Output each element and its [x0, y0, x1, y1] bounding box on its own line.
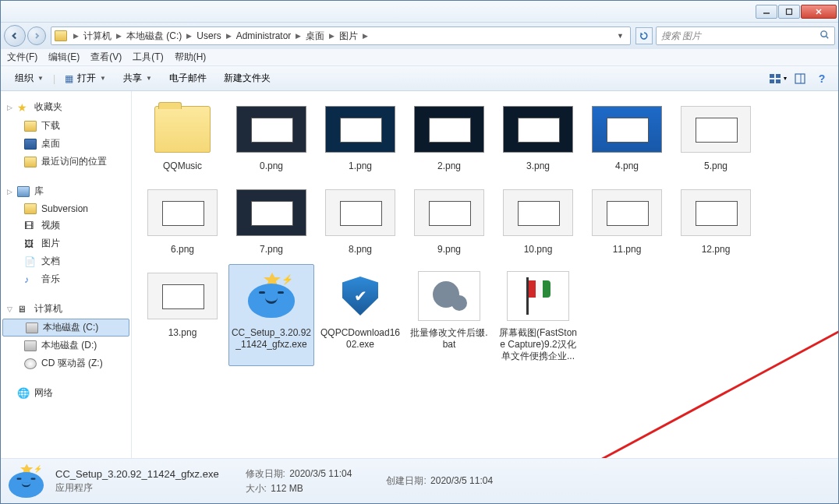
drive-icon — [26, 322, 38, 333]
sidebar-desktop[interactable]: 桌面 — [1, 135, 131, 153]
file-item[interactable]: ⚡CC_Setup_3.20.92_11424_gfxz.exe — [228, 264, 314, 366]
toolbar-new-folder[interactable]: 新建文件夹 — [216, 69, 278, 88]
breadcrumb-users[interactable]: Users — [195, 30, 222, 41]
file-label: 10.png — [524, 244, 553, 256]
file-item[interactable]: QQMusic — [140, 97, 225, 176]
file-label: 12.png — [702, 244, 731, 256]
toolbar-email[interactable]: 电子邮件 — [161, 69, 214, 88]
file-item[interactable]: 5.png — [673, 97, 759, 176]
toolbar-organize[interactable]: 组织▼ — [7, 69, 51, 88]
menu-view[interactable]: 查看(V) — [90, 51, 122, 64]
file-thumbnail — [501, 185, 575, 241]
file-label: 6.png — [171, 244, 194, 256]
sidebar-libraries-header[interactable]: ▷库 — [1, 182, 131, 201]
library-icon — [17, 186, 30, 197]
file-label: 7.png — [260, 244, 283, 256]
file-item[interactable]: 1.png — [317, 97, 403, 176]
close-button[interactable] — [801, 5, 837, 19]
file-label: 13.png — [168, 327, 197, 339]
menu-tools[interactable]: 工具(T) — [133, 51, 163, 64]
file-label: 2.png — [437, 160, 461, 172]
file-thumbnail — [678, 185, 753, 241]
file-item[interactable]: 2.png — [406, 97, 492, 176]
breadcrumb-drive-c[interactable]: 本地磁盘 (C:) — [125, 30, 183, 43]
file-label: QQMusic — [163, 160, 202, 172]
body-split: ▷★收藏夹 下载 桌面 最近访问的位置 ▷库 Subversion 🎞视频 🖼图… — [1, 91, 838, 458]
view-options-button[interactable]: ▼ — [768, 69, 788, 88]
svg-line-5 — [826, 36, 828, 38]
file-label: 4.png — [615, 160, 639, 172]
file-item[interactable]: 12.png — [673, 181, 759, 259]
sidebar-documents[interactable]: 📄文档 — [1, 252, 131, 270]
maximize-button[interactable] — [778, 5, 800, 19]
menu-help[interactable]: 帮助(H) — [175, 51, 207, 64]
file-thumbnail — [501, 268, 575, 324]
sidebar-recent[interactable]: 最近访问的位置 — [1, 153, 131, 171]
content-area[interactable]: QQMusic0.png1.png2.png3.png4.png5.png6.p… — [132, 91, 838, 458]
open-icon: ▦ — [65, 73, 73, 84]
file-item[interactable]: 7.png — [228, 181, 314, 259]
file-item[interactable]: 6.png — [140, 181, 225, 259]
search-input[interactable]: 搜索 图片 — [656, 26, 835, 45]
file-item[interactable]: 8.png — [317, 181, 403, 259]
file-thumbnail — [145, 268, 220, 324]
document-icon: 📄 — [24, 256, 37, 267]
breadcrumb-administrator[interactable]: Administrator — [235, 30, 293, 41]
address-bar[interactable]: ▶ 计算机▶ 本地磁盘 (C:)▶ Users▶ Administrator▶ … — [51, 26, 631, 45]
sidebar-subversion[interactable]: Subversion — [1, 201, 131, 217]
file-item[interactable]: 13.png — [140, 264, 225, 366]
preview-pane-button[interactable] — [790, 69, 810, 88]
forward-button[interactable] — [27, 26, 46, 45]
file-thumbnail — [412, 268, 487, 324]
file-item[interactable]: 10.png — [495, 181, 581, 259]
sidebar-network-header[interactable]: ▷🌐网络 — [1, 383, 131, 403]
file-thumbnail — [412, 185, 487, 241]
toolbar-share[interactable]: 共享▼ — [115, 69, 160, 88]
file-item[interactable]: 9.png — [406, 181, 492, 259]
breadcrumb-computer[interactable]: 计算机 — [82, 30, 113, 43]
file-item[interactable]: 11.png — [584, 181, 670, 259]
back-button[interactable] — [4, 25, 26, 47]
network-icon: 🌐 — [17, 388, 30, 399]
file-item[interactable]: 批量修改文件后缀.bat — [406, 264, 492, 366]
sidebar-drive-d[interactable]: 本地磁盘 (D:) — [1, 337, 131, 354]
file-label: 批量修改文件后缀.bat — [409, 327, 490, 351]
sidebar-favorites-header[interactable]: ▷★收藏夹 — [1, 97, 131, 117]
folder-icon — [24, 121, 37, 132]
cd-icon — [24, 358, 37, 369]
file-thumbnail: ⚡ — [234, 268, 309, 324]
drive-icon — [24, 340, 37, 351]
breadcrumb-desktop[interactable]: 桌面 — [304, 30, 326, 43]
refresh-button[interactable] — [635, 27, 653, 44]
file-thumbnail — [501, 101, 575, 157]
address-row: ▶ 计算机▶ 本地磁盘 (C:)▶ Users▶ Administrator▶ … — [1, 23, 838, 49]
svg-rect-10 — [795, 74, 805, 83]
sidebar-music[interactable]: ♪音乐 — [1, 270, 131, 288]
file-item[interactable]: ✔QQPCDownload1602.exe — [317, 264, 403, 366]
details-filename: CC_Setup_3.20.92_11424_gfxz.exe — [55, 468, 219, 480]
chevron-down-icon[interactable]: ▼ — [614, 32, 627, 40]
sidebar-videos[interactable]: 🎞视频 — [1, 217, 131, 234]
sidebar-pictures[interactable]: 🖼图片 — [1, 234, 131, 252]
file-item[interactable]: 3.png — [495, 97, 581, 176]
svg-point-4 — [821, 31, 827, 37]
file-label: 5.png — [704, 160, 727, 172]
svg-rect-8 — [770, 79, 774, 83]
menu-edit[interactable]: 编辑(E) — [48, 51, 80, 64]
file-thumbnail — [234, 185, 309, 241]
sidebar-downloads[interactable]: 下载 — [1, 117, 131, 135]
sidebar-computer-header[interactable]: ▽🖥计算机 — [1, 299, 131, 319]
video-icon: 🎞 — [24, 220, 37, 231]
minimize-button[interactable] — [756, 5, 777, 19]
sidebar-drive-c[interactable]: 本地磁盘 (C:) — [2, 319, 129, 337]
file-item[interactable]: 0.png — [228, 97, 314, 176]
file-item[interactable]: 4.png — [584, 97, 670, 176]
menubar: 文件(F) 编辑(E) 查看(V) 工具(T) 帮助(H) — [1, 49, 838, 66]
toolbar-open[interactable]: ▦打开▼ — [57, 69, 114, 88]
help-button[interactable]: ? — [812, 69, 832, 88]
file-item[interactable]: 屏幕截图(FastStone Capture)9.2汉化单文件便携企业... — [495, 264, 581, 366]
sidebar-drive-cd[interactable]: CD 驱动器 (Z:) — [1, 354, 131, 372]
menu-file[interactable]: 文件(F) — [7, 51, 37, 64]
breadcrumb-pictures[interactable]: 图片 — [338, 30, 359, 43]
file-label: 屏幕截图(FastStone Capture)9.2汉化单文件便携企业... — [497, 327, 579, 362]
